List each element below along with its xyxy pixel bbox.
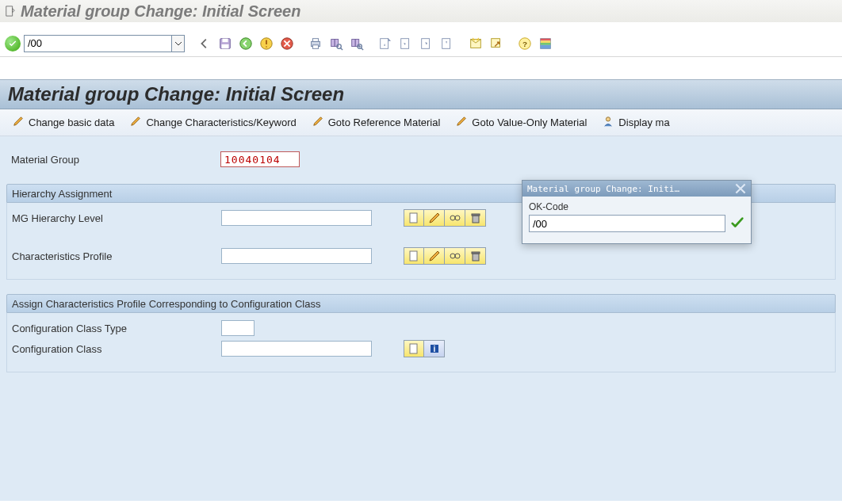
enter-button[interactable] [5,36,21,52]
command-field[interactable] [25,36,171,52]
display-ma-button[interactable]: Display ma [595,113,677,132]
create-icon[interactable] [404,209,424,227]
new-session-icon[interactable] [467,35,484,52]
exit-icon[interactable] [258,35,275,52]
config-class-type-label: Configuration Class Type [7,323,221,334]
pencil-icon [130,116,141,129]
svg-rect-34 [410,251,417,261]
config-class-label: Configuration Class [7,343,221,355]
svg-point-36 [455,254,460,258]
goto-value-only-label: Goto Value-Only Material [472,116,587,128]
goto-value-only-button[interactable]: Goto Value-Only Material [448,113,595,132]
popup-title-text: Material group Change: Initi… [527,184,679,194]
command-history-dropdown[interactable] [171,36,184,52]
svg-rect-33 [472,214,480,216]
svg-rect-26 [541,43,551,45]
prev-page-icon[interactable] [397,35,415,52]
layout-icon[interactable] [537,35,554,52]
create-icon[interactable] [404,340,424,357]
display-ma-label: Display ma [618,116,669,128]
svg-rect-27 [541,44,551,48]
window-title-text: Material group Change: Initial Screen [21,2,300,21]
help-icon[interactable]: ? [516,35,534,52]
page-title-band: Material group Change: Initial Screen [0,79,842,109]
window-titlebar: Material group Change: Initial Screen [0,0,842,22]
svg-rect-7 [312,38,318,41]
back-icon[interactable] [196,35,213,52]
svg-point-35 [450,254,455,258]
svg-rect-18 [442,38,450,48]
svg-rect-39 [410,344,417,353]
save-icon[interactable] [216,35,234,52]
last-page-icon[interactable] [438,35,456,52]
svg-rect-9 [331,39,335,46]
command-field-wrap [24,35,185,52]
back-green-icon[interactable] [237,35,255,52]
pencil-icon [312,116,323,129]
delete-icon[interactable] [465,209,486,227]
material-group-input[interactable] [220,151,300,167]
continue-icon[interactable] [730,216,744,232]
application-toolbar: Change basic data Change Characteristics… [0,109,842,136]
first-page-icon[interactable] [377,35,394,52]
assign-section-header: Assign Characteristics Profile Correspon… [6,294,836,313]
mg-hierarchy-input[interactable] [221,210,372,226]
pencil-icon [13,116,24,129]
svg-rect-15 [381,38,388,48]
svg-rect-17 [422,38,430,48]
assign-section-title: Assign Characteristics Profile Correspon… [12,298,320,310]
svg-rect-8 [312,44,318,48]
display-icon[interactable] [445,209,465,227]
config-class-input[interactable] [221,341,372,357]
close-icon[interactable] [735,183,746,194]
next-page-icon[interactable] [418,35,435,52]
svg-point-28 [607,117,610,121]
system-toolbar: ? [0,30,842,57]
change-basic-data-label: Change basic data [29,116,114,128]
person-icon [603,116,614,129]
print-icon[interactable] [307,35,324,52]
create-icon[interactable] [404,247,424,265]
page-title: Material group Change: Initial Screen [8,83,344,105]
assign-section-body: Configuration Class Type Configuration C… [6,313,836,372]
svg-rect-38 [472,252,480,254]
svg-point-31 [455,216,460,220]
info-icon[interactable]: i [424,340,445,357]
svg-rect-32 [473,216,479,223]
pencil-icon [456,116,467,129]
change-char-keyword-label: Change Characteristics/Keyword [146,116,296,128]
ok-code-popup: Material group Change: Initi… OK-Code [522,180,752,244]
svg-point-30 [450,216,455,220]
svg-rect-12 [352,39,356,46]
ok-code-label: OK-Code [529,201,744,215]
find-next-icon[interactable] [348,35,366,52]
goto-ref-material-button[interactable]: Goto Reference Material [304,113,449,132]
svg-text:i: i [433,345,435,353]
svg-rect-25 [541,40,551,43]
char-profile-input[interactable] [221,248,372,264]
svg-rect-2 [222,44,229,48]
display-icon[interactable] [445,247,465,265]
config-class-type-input[interactable] [221,320,255,336]
svg-text:?: ? [522,39,527,48]
svg-rect-37 [473,254,479,261]
goto-ref-material-label: Goto Reference Material [328,116,441,128]
ok-code-input[interactable] [529,215,725,232]
svg-rect-29 [410,213,417,223]
svg-rect-24 [541,38,551,40]
change-icon[interactable] [424,209,445,227]
material-group-label: Material Group [6,154,220,166]
popup-titlebar: Material group Change: Initi… [522,181,751,197]
delete-icon[interactable] [465,247,486,265]
char-profile-label: Characteristics Profile [7,250,221,262]
svg-point-3 [240,37,251,48]
find-icon[interactable] [327,35,345,52]
shortcut-icon[interactable] [488,35,505,52]
menu-indicator-icon [5,2,21,21]
hierarchy-section-title: Hierarchy Assignment [12,188,112,200]
change-icon[interactable] [424,247,445,265]
change-basic-data-button[interactable]: Change basic data [5,113,122,132]
mg-hierarchy-label: MG Hierarchy Level [7,212,221,224]
cancel-icon[interactable] [278,35,296,52]
change-char-keyword-button[interactable]: Change Characteristics/Keyword [122,113,304,132]
